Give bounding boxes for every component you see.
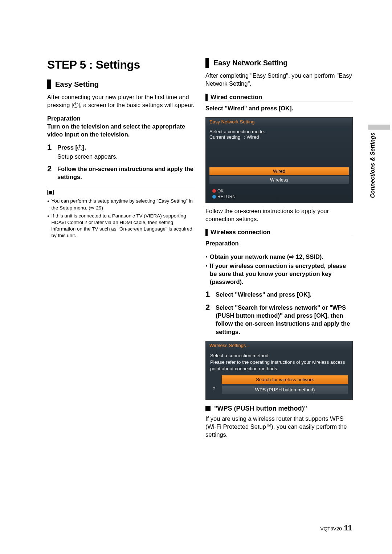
wireless-prep: Preparation: [205, 239, 353, 247]
footer: VQT3V2011: [320, 524, 352, 532]
h2-easy-setting: Easy Setting: [55, 80, 99, 89]
wireless-step-1: 1 Select "Wireless" and press [OK].: [205, 290, 353, 299]
wps-icon: ⟳: [210, 386, 218, 391]
easy-setting-heading: Easy Setting: [47, 80, 195, 89]
wps-body: If you are using a wireless router that …: [205, 415, 353, 439]
step-1: 1 Press []. Setup screen appears.: [47, 143, 195, 160]
osd-option-wireless[interactable]: Wireless: [209, 176, 349, 184]
preparation-block: Preparation Turn on the television and s…: [47, 114, 195, 139]
ok-icon: [212, 189, 216, 193]
easy-setting-intro: After connecting your new player for the…: [47, 93, 195, 109]
return-icon: [212, 195, 216, 199]
wireless-bullet-2: If your wireless connection is encrypted…: [205, 262, 353, 286]
notes-list: You can perform this setup anytime by se…: [47, 198, 195, 239]
osd-option-wired[interactable]: Wired: [209, 167, 349, 175]
page-title: STEP 5 : Settings: [47, 58, 195, 72]
osd2-body: Select a connection method. Please refer…: [206, 350, 352, 375]
wired-heading: Wired connection: [205, 94, 353, 102]
wireless-step-2: 2 Select "Search for wireless network" o…: [205, 304, 353, 337]
wireless-bullet-1: Obtain your network name (⇨ 12, SSID).: [205, 253, 353, 261]
step-2: 2 Follow the on-screen instructions and …: [47, 165, 195, 182]
osd-title: Easy Network Setting: [206, 118, 352, 126]
osd2-option-wps[interactable]: WPS (PUSH button method): [222, 386, 348, 394]
wired-follow: Follow the on-screen instructions to app…: [205, 207, 353, 223]
osd-easy-network: Easy Network Setting Select a connection…: [205, 117, 353, 203]
osd2-option-search[interactable]: Search for wireless network: [222, 375, 348, 384]
wps-subheading: "WPS (PUSH button method)": [205, 405, 353, 412]
note-icon: [47, 190, 54, 195]
easy-network-intro: After completing "Easy Setting", you can…: [205, 72, 353, 88]
wireless-heading: Wireless connection: [205, 229, 353, 237]
wired-instr: Select "Wired" and press [OK].: [205, 104, 353, 112]
h2-easy-network: Easy Network Setting: [213, 58, 288, 68]
power-icon: [73, 103, 78, 108]
side-tab: Connections & Settings: [369, 133, 376, 198]
osd-wireless-settings: Wireless Settings Select a connection me…: [205, 341, 353, 400]
easy-network-heading: Easy Network Setting: [205, 58, 353, 68]
power-icon: [77, 145, 82, 150]
osd2-title: Wireless Settings: [206, 341, 352, 350]
